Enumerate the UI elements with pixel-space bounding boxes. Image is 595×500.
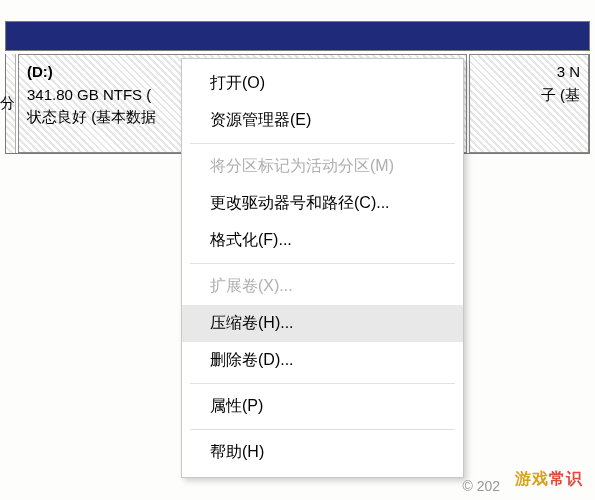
menu-separator (190, 143, 455, 144)
menu-format[interactable]: 格式化(F)... (182, 222, 463, 259)
partition-right-info: 3 N (478, 61, 580, 84)
partition-right-fragment[interactable]: 3 N 子 (基 (469, 54, 589, 153)
menu-separator (190, 429, 455, 430)
menu-change-drive-letter[interactable]: 更改驱动器号和路径(C)... (182, 185, 463, 222)
menu-help[interactable]: 帮助(H) (182, 434, 463, 471)
menu-delete-volume[interactable]: 删除卷(D)... (182, 342, 463, 379)
menu-mark-active: 将分区标记为活动分区(M) (182, 148, 463, 185)
menu-extend-volume: 扩展卷(X)... (182, 268, 463, 305)
partition-left-fragment-char: 分 (0, 94, 15, 113)
partition-left-fragment[interactable]: 分 (6, 54, 16, 153)
watermark: 游戏常识 (515, 469, 583, 490)
menu-open[interactable]: 打开(O) (182, 65, 463, 102)
menu-separator (190, 263, 455, 264)
menu-separator (190, 383, 455, 384)
watermark-part-b: 常识 (549, 470, 583, 487)
disk-header-band (5, 21, 590, 51)
menu-shrink-volume[interactable]: 压缩卷(H)... (182, 305, 463, 342)
footer-copyright: © 202 (462, 478, 500, 494)
watermark-part-a: 游戏 (515, 470, 549, 487)
footer-year-text: © 202 (462, 478, 500, 494)
partition-right-status: 子 (基 (478, 84, 580, 107)
menu-properties[interactable]: 属性(P) (182, 388, 463, 425)
context-menu: 打开(O) 资源管理器(E) 将分区标记为活动分区(M) 更改驱动器号和路径(C… (181, 58, 464, 478)
menu-explorer[interactable]: 资源管理器(E) (182, 102, 463, 139)
